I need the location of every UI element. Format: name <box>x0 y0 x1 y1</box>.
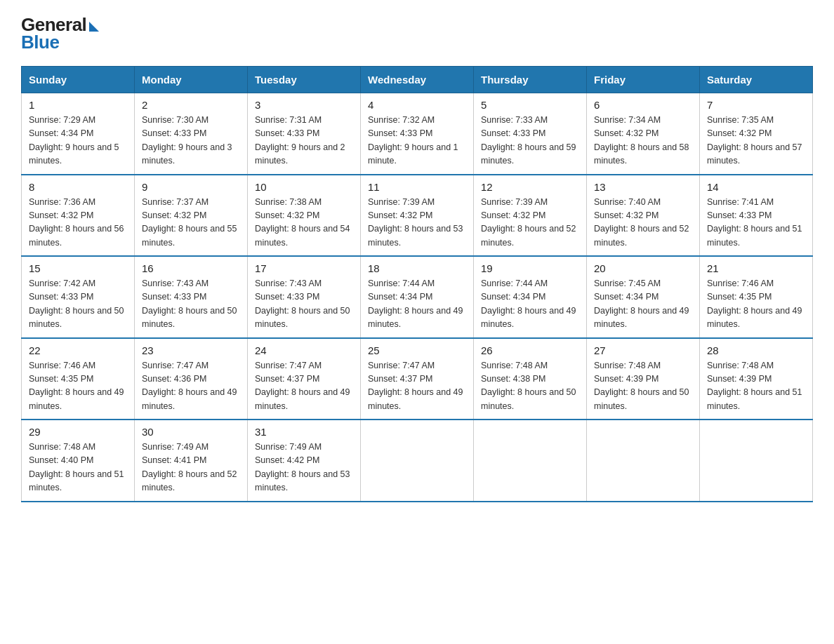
day-number: 3 <box>255 99 353 111</box>
day-number: 23 <box>142 344 240 356</box>
cell-info: Sunrise: 7:49 AMSunset: 4:42 PMDaylight:… <box>255 441 353 495</box>
calendar-cell <box>361 420 474 502</box>
cell-info: Sunrise: 7:38 AMSunset: 4:32 PMDaylight:… <box>255 196 353 250</box>
calendar-cell: 7Sunrise: 7:35 AMSunset: 4:32 PMDaylight… <box>700 93 813 175</box>
header-thursday: Thursday <box>474 67 587 93</box>
day-number: 20 <box>594 262 692 274</box>
day-number: 29 <box>29 426 127 438</box>
cell-info: Sunrise: 7:44 AMSunset: 4:34 PMDaylight:… <box>481 277 579 332</box>
header-tuesday: Tuesday <box>248 67 361 93</box>
week-row-3: 15Sunrise: 7:42 AMSunset: 4:33 PMDayligh… <box>22 256 813 338</box>
header-friday: Friday <box>587 67 700 93</box>
day-number: 14 <box>707 181 805 193</box>
calendar-cell: 9Sunrise: 7:37 AMSunset: 4:32 PMDaylight… <box>135 175 248 257</box>
calendar-cell: 23Sunrise: 7:47 AMSunset: 4:36 PMDayligh… <box>135 338 248 420</box>
calendar-cell: 26Sunrise: 7:48 AMSunset: 4:38 PMDayligh… <box>474 338 587 420</box>
calendar-cell: 12Sunrise: 7:39 AMSunset: 4:32 PMDayligh… <box>474 175 587 257</box>
calendar-cell: 13Sunrise: 7:40 AMSunset: 4:32 PMDayligh… <box>587 175 700 257</box>
calendar-cell: 27Sunrise: 7:48 AMSunset: 4:39 PMDayligh… <box>587 338 700 420</box>
day-number: 28 <box>707 344 805 356</box>
day-number: 1 <box>29 99 127 111</box>
calendar-cell: 31Sunrise: 7:49 AMSunset: 4:42 PMDayligh… <box>248 420 361 502</box>
calendar-cell: 1Sunrise: 7:29 AMSunset: 4:34 PMDaylight… <box>22 93 135 175</box>
cell-info: Sunrise: 7:41 AMSunset: 4:33 PMDaylight:… <box>707 196 805 250</box>
logo-row2: Blue <box>21 32 59 53</box>
cell-info: Sunrise: 7:33 AMSunset: 4:33 PMDaylight:… <box>481 114 579 168</box>
logo-blue-text: Blue <box>21 32 59 53</box>
cell-info: Sunrise: 7:34 AMSunset: 4:32 PMDaylight:… <box>594 114 692 168</box>
cell-info: Sunrise: 7:39 AMSunset: 4:32 PMDaylight:… <box>368 196 466 250</box>
cell-info: Sunrise: 7:35 AMSunset: 4:32 PMDaylight:… <box>707 114 805 168</box>
cell-info: Sunrise: 7:40 AMSunset: 4:32 PMDaylight:… <box>594 196 692 250</box>
calendar-cell: 5Sunrise: 7:33 AMSunset: 4:33 PMDaylight… <box>474 93 587 175</box>
calendar-cell: 8Sunrise: 7:36 AMSunset: 4:32 PMDaylight… <box>22 175 135 257</box>
cell-info: Sunrise: 7:39 AMSunset: 4:32 PMDaylight:… <box>481 196 579 250</box>
day-number: 31 <box>255 426 353 438</box>
cell-info: Sunrise: 7:43 AMSunset: 4:33 PMDaylight:… <box>255 277 353 332</box>
cell-info: Sunrise: 7:47 AMSunset: 4:36 PMDaylight:… <box>142 359 240 414</box>
cell-info: Sunrise: 7:45 AMSunset: 4:34 PMDaylight:… <box>594 277 692 332</box>
cell-info: Sunrise: 7:48 AMSunset: 4:38 PMDaylight:… <box>481 359 579 414</box>
calendar-cell: 20Sunrise: 7:45 AMSunset: 4:34 PMDayligh… <box>587 256 700 338</box>
week-row-5: 29Sunrise: 7:48 AMSunset: 4:40 PMDayligh… <box>22 420 813 502</box>
calendar-cell: 10Sunrise: 7:38 AMSunset: 4:32 PMDayligh… <box>248 175 361 257</box>
cell-info: Sunrise: 7:36 AMSunset: 4:32 PMDaylight:… <box>29 196 127 250</box>
calendar-cell: 18Sunrise: 7:44 AMSunset: 4:34 PMDayligh… <box>361 256 474 338</box>
cell-info: Sunrise: 7:43 AMSunset: 4:33 PMDaylight:… <box>142 277 240 332</box>
calendar-header-row: SundayMondayTuesdayWednesdayThursdayFrid… <box>22 67 813 93</box>
day-number: 26 <box>481 344 579 356</box>
calendar-cell: 11Sunrise: 7:39 AMSunset: 4:32 PMDayligh… <box>361 175 474 257</box>
calendar-cell: 28Sunrise: 7:48 AMSunset: 4:39 PMDayligh… <box>700 338 813 420</box>
logo: General Blue <box>21 14 99 53</box>
calendar-cell: 2Sunrise: 7:30 AMSunset: 4:33 PMDaylight… <box>135 93 248 175</box>
cell-info: Sunrise: 7:46 AMSunset: 4:35 PMDaylight:… <box>707 277 805 332</box>
header-wednesday: Wednesday <box>361 67 474 93</box>
calendar-cell: 21Sunrise: 7:46 AMSunset: 4:35 PMDayligh… <box>700 256 813 338</box>
day-number: 18 <box>368 262 466 274</box>
cell-info: Sunrise: 7:49 AMSunset: 4:41 PMDaylight:… <box>142 441 240 495</box>
calendar-cell: 17Sunrise: 7:43 AMSunset: 4:33 PMDayligh… <box>248 256 361 338</box>
cell-info: Sunrise: 7:47 AMSunset: 4:37 PMDaylight:… <box>368 359 466 414</box>
cell-info: Sunrise: 7:48 AMSunset: 4:40 PMDaylight:… <box>29 441 127 495</box>
calendar-cell <box>700 420 813 502</box>
day-number: 13 <box>594 181 692 193</box>
day-number: 4 <box>368 99 466 111</box>
day-number: 25 <box>368 344 466 356</box>
header-monday: Monday <box>135 67 248 93</box>
calendar-table: SundayMondayTuesdayWednesdayThursdayFrid… <box>21 66 813 502</box>
cell-info: Sunrise: 7:37 AMSunset: 4:32 PMDaylight:… <box>142 196 240 250</box>
calendar-cell: 14Sunrise: 7:41 AMSunset: 4:33 PMDayligh… <box>700 175 813 257</box>
calendar-cell: 3Sunrise: 7:31 AMSunset: 4:33 PMDaylight… <box>248 93 361 175</box>
day-number: 10 <box>255 181 353 193</box>
header-sunday: Sunday <box>22 67 135 93</box>
day-number: 6 <box>594 99 692 111</box>
cell-info: Sunrise: 7:48 AMSunset: 4:39 PMDaylight:… <box>594 359 692 414</box>
cell-info: Sunrise: 7:31 AMSunset: 4:33 PMDaylight:… <box>255 114 353 168</box>
day-number: 22 <box>29 344 127 356</box>
calendar-cell: 29Sunrise: 7:48 AMSunset: 4:40 PMDayligh… <box>22 420 135 502</box>
day-number: 15 <box>29 262 127 274</box>
day-number: 9 <box>142 181 240 193</box>
week-row-2: 8Sunrise: 7:36 AMSunset: 4:32 PMDaylight… <box>22 175 813 257</box>
day-number: 17 <box>255 262 353 274</box>
cell-info: Sunrise: 7:42 AMSunset: 4:33 PMDaylight:… <box>29 277 127 332</box>
day-number: 16 <box>142 262 240 274</box>
logo-arrow-icon <box>89 22 99 32</box>
cell-info: Sunrise: 7:32 AMSunset: 4:33 PMDaylight:… <box>368 114 466 168</box>
cell-info: Sunrise: 7:47 AMSunset: 4:37 PMDaylight:… <box>255 359 353 414</box>
calendar-cell: 22Sunrise: 7:46 AMSunset: 4:35 PMDayligh… <box>22 338 135 420</box>
day-number: 24 <box>255 344 353 356</box>
calendar-cell: 15Sunrise: 7:42 AMSunset: 4:33 PMDayligh… <box>22 256 135 338</box>
calendar-cell <box>587 420 700 502</box>
day-number: 21 <box>707 262 805 274</box>
cell-info: Sunrise: 7:46 AMSunset: 4:35 PMDaylight:… <box>29 359 127 414</box>
calendar-cell: 25Sunrise: 7:47 AMSunset: 4:37 PMDayligh… <box>361 338 474 420</box>
header-saturday: Saturday <box>700 67 813 93</box>
calendar-cell: 30Sunrise: 7:49 AMSunset: 4:41 PMDayligh… <box>135 420 248 502</box>
cell-info: Sunrise: 7:44 AMSunset: 4:34 PMDaylight:… <box>368 277 466 332</box>
calendar-cell: 16Sunrise: 7:43 AMSunset: 4:33 PMDayligh… <box>135 256 248 338</box>
calendar-cell <box>474 420 587 502</box>
week-row-1: 1Sunrise: 7:29 AMSunset: 4:34 PMDaylight… <box>22 93 813 175</box>
day-number: 27 <box>594 344 692 356</box>
calendar-cell: 4Sunrise: 7:32 AMSunset: 4:33 PMDaylight… <box>361 93 474 175</box>
